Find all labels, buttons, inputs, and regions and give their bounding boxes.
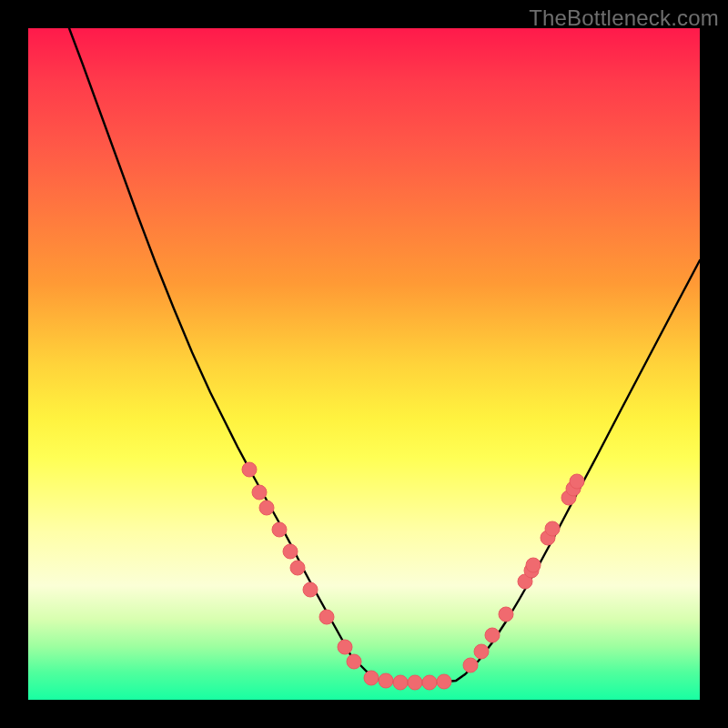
data-dot — [303, 582, 318, 597]
data-dot — [526, 558, 541, 572]
data-dot — [393, 675, 408, 690]
chart-frame: TheBottleneck.com — [0, 0, 728, 728]
watermark-text: TheBottleneck.com — [529, 5, 719, 31]
data-dot — [338, 640, 352, 654]
data-dot — [474, 644, 489, 659]
chart-svg — [28, 28, 700, 700]
data-dot — [437, 674, 451, 689]
data-dot — [283, 544, 298, 559]
data-dot — [272, 522, 287, 537]
bottleneck-curve — [69, 28, 700, 682]
data-dot — [242, 462, 257, 477]
data-dot — [319, 610, 334, 624]
data-dot — [463, 658, 478, 672]
data-dot — [259, 500, 274, 515]
data-dot — [545, 521, 560, 536]
data-dot — [364, 671, 379, 685]
data-dot — [408, 675, 422, 690]
data-dot — [485, 628, 500, 642]
data-dot — [499, 607, 513, 622]
plot-area — [28, 28, 700, 700]
data-dot — [252, 485, 267, 500]
data-dot — [347, 654, 361, 669]
data-dot — [570, 474, 584, 489]
data-dots — [242, 462, 584, 690]
data-dot — [422, 675, 437, 690]
data-dot — [290, 561, 305, 575]
data-dot — [379, 673, 393, 688]
